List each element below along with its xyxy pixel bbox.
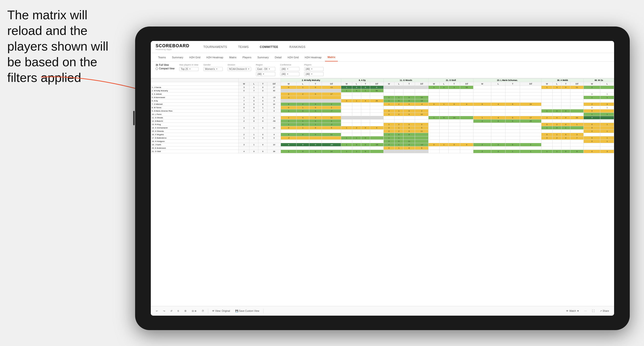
matrix-cell: -1 <box>281 96 296 99</box>
save-custom-btn[interactable]: 💾 Save Custom View <box>234 309 260 313</box>
more-btn[interactable]: ⋯ <box>583 309 588 313</box>
matrix-cell: 4 <box>370 126 384 130</box>
undo-btn[interactable]: ↩ <box>154 309 159 313</box>
watch-btn[interactable]: 👁 Watch ▼ <box>564 309 580 313</box>
sub-nav-h2h-heatmap2[interactable]: H2H Heatmap <box>302 53 324 61</box>
full-view-radio[interactable] <box>156 64 158 66</box>
logo-subtitle: Powered by clippd <box>156 48 190 51</box>
table-row: 5. A Nomrowski100-15-11101011 <box>151 96 614 99</box>
conference-all-select[interactable]: (All) ▼ <box>280 72 300 76</box>
eye-icon: 👁 <box>212 310 214 312</box>
players-all-select[interactable]: (All) ▼ <box>304 72 324 76</box>
region-all-select[interactable]: (All) ▼ <box>256 72 275 76</box>
division-select[interactable]: NCAA Division II ▼ <box>228 67 251 71</box>
sub-nav-matrix[interactable]: Matrix <box>227 53 239 61</box>
matrix-cell: 2 <box>584 86 600 89</box>
matrix-cell: 0 <box>584 126 600 130</box>
matrix-cell: 0 <box>428 103 440 106</box>
conference-select[interactable]: (All) ▼ <box>280 67 300 71</box>
matrix-cell: 1 <box>600 96 614 99</box>
matrix-cell: 0 <box>584 93 600 96</box>
matrix-cell: 1 <box>341 126 352 130</box>
table-row: 11. G Woods104014011101414017240204 <box>151 116 614 120</box>
matrix-cell <box>428 147 440 150</box>
max-players-select[interactable]: Top 25 ▼ <box>179 67 198 71</box>
gender-select[interactable]: Women's ▼ <box>204 67 223 71</box>
tablet-frame: SCOREBOARD Powered by clippd TOURNAMENTS… <box>135 26 630 330</box>
matrix-cell <box>460 96 473 99</box>
matrix-cell <box>440 123 448 126</box>
player-name-cell: 5. A Nomrowski <box>151 96 239 99</box>
nav-committee[interactable]: COMMITTEE <box>258 41 280 53</box>
matrix-cell <box>384 106 394 109</box>
sub-nav-matrix2[interactable]: Matrix <box>325 53 338 61</box>
matrix-cell <box>600 86 614 89</box>
sub-nav-h2h-grid2[interactable]: H2H Grid <box>285 53 301 61</box>
copy-btn[interactable]: ⎘ <box>176 309 180 313</box>
matrix-cell <box>584 133 600 136</box>
matrix-cell <box>361 106 370 109</box>
matrix-cell <box>370 103 384 106</box>
matrix-cell <box>341 147 352 150</box>
clock-btn[interactable]: ⏱ <box>200 309 206 313</box>
matrix-cell: 1 <box>384 133 394 136</box>
matrix-area[interactable]: 2. M Kelly Mulcahy 6. A Dy 11. G Woods 2… <box>151 78 614 306</box>
players-filter: Players (All) ▼ (All) ▼ <box>304 64 324 76</box>
nav-teams[interactable]: TEAMS <box>236 41 251 53</box>
matrix-cell: 0 <box>404 133 415 136</box>
sub-w6: W <box>542 82 552 86</box>
matrix-cell: 11 <box>322 133 341 136</box>
share-btn[interactable]: ↗ Share <box>598 309 610 313</box>
overall-stat <box>250 93 258 96</box>
compact-view-radio[interactable] <box>156 67 158 70</box>
matrix-cell: 0 <box>309 126 322 130</box>
sub-nav-detail[interactable]: Detail <box>272 53 284 61</box>
matrix-cell: 0 <box>561 123 570 126</box>
sub-nav-h2h-grid[interactable]: H2H Grid <box>187 53 203 61</box>
sub-nav-summary2[interactable]: Summary <box>255 53 271 61</box>
compact-view-option[interactable]: Compact View <box>156 67 174 70</box>
nav-tournaments[interactable]: TOURNAMENTS <box>202 41 229 53</box>
matrix-cell: 2 <box>384 143 394 147</box>
matrix-cell: 13 <box>415 99 428 103</box>
matrix-cell: 4 <box>296 116 309 120</box>
matrix-cell: 1 <box>281 120 296 123</box>
reset-btn[interactable]: ↺ <box>169 309 174 313</box>
region-value: East - DII <box>258 68 268 70</box>
full-view-option[interactable]: Full View <box>156 64 174 66</box>
matrix-cell: 0 <box>309 106 322 109</box>
table-row: 15. H Stranda0201101 <box>151 130 614 133</box>
matrix-cell <box>281 99 296 103</box>
matrix-cell <box>322 99 341 103</box>
matrix-cell <box>460 136 473 140</box>
sub-nav-summary[interactable]: Summary <box>170 53 186 61</box>
players-select[interactable]: (All) ▼ <box>304 67 324 71</box>
matrix-cell <box>296 99 309 103</box>
zoom-btn[interactable]: ⊟ ⊕ <box>190 309 198 313</box>
conference-label: Conference <box>280 64 300 66</box>
matrix-cell <box>309 96 322 99</box>
matrix-cell <box>309 136 322 140</box>
overall-stat: 1 <box>239 116 250 120</box>
redo-btn[interactable]: ↪ <box>162 309 166 313</box>
matrix-cell <box>384 116 394 120</box>
matrix-cell: 0 <box>296 143 309 147</box>
matrix-cell <box>474 93 491 96</box>
matrix-cell <box>404 120 415 123</box>
settings-btn[interactable]: ⚙ <box>183 309 188 313</box>
nav-rankings[interactable]: RANKINGS <box>288 41 308 53</box>
matrix-cell <box>352 113 361 116</box>
expand-btn[interactable]: ⛶ <box>591 309 596 313</box>
sub-nav-h2h-heatmap[interactable]: H2H Heatmap <box>204 53 226 61</box>
matrix-cell <box>361 116 370 120</box>
sub-nav-teams[interactable]: Teams <box>156 53 168 61</box>
matrix-cell: 4 <box>460 103 473 106</box>
view-original-btn[interactable]: 👁 View: Original <box>211 309 232 313</box>
matrix-cell: 0 <box>584 150 600 153</box>
table-row: 17. D Ballesteros1000-211011020701 <box>151 136 614 140</box>
matrix-cell: -20 <box>322 143 341 147</box>
matrix-cell: 1 <box>542 86 552 89</box>
matrix-cell <box>448 89 460 93</box>
region-select[interactable]: East - DII ▼ <box>256 67 275 71</box>
sub-nav-players[interactable]: Players <box>240 53 254 61</box>
